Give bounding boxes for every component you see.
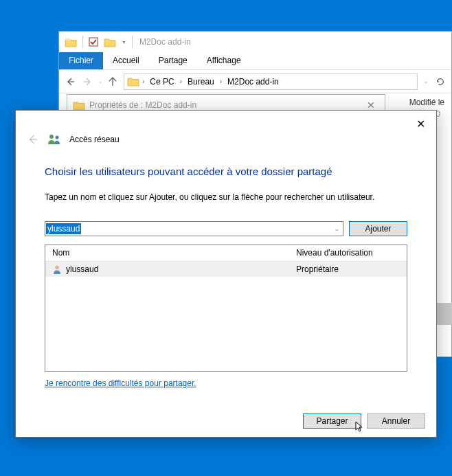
nav-history-dropdown-icon[interactable]: ⌵ (99, 79, 102, 84)
dropdown-caret-icon[interactable]: ▼ (122, 40, 126, 45)
menu-view[interactable]: Affichage (197, 52, 251, 69)
breadcrumb-this-pc[interactable]: Ce PC (147, 76, 177, 88)
checkmark-icon (89, 37, 98, 47)
svg-rect-0 (89, 38, 98, 46)
svg-point-1 (49, 135, 54, 139)
trouble-sharing-link[interactable]: Je rencontre des difficultés pour partag… (45, 378, 196, 388)
user-name: ylussaud (66, 264, 98, 274)
user-permission: Propriétaire (296, 264, 339, 274)
table-header: Nom Niveau d'autorisation (45, 245, 407, 262)
folder-icon (127, 76, 139, 87)
menu-share[interactable]: Partage (149, 52, 197, 69)
folder-icon (65, 37, 77, 47)
properties-title: Propriétés de : M2Doc add-in (89, 100, 196, 110)
table-row[interactable]: ylussaud Propriétaire (45, 262, 407, 277)
nav-up-icon[interactable] (106, 75, 120, 89)
back-icon (25, 133, 39, 146)
scrollbar-fragment (437, 303, 452, 325)
refresh-icon[interactable] (433, 75, 447, 89)
user-select-value: ylussaud (46, 223, 81, 234)
sharing-dialog: ✕ Accès réseau Choisir les utilisateurs … (15, 110, 437, 438)
column-permission-header[interactable]: Niveau d'autorisation (289, 245, 407, 261)
breadcrumb-folder[interactable]: M2Doc add-in (225, 76, 282, 88)
svg-point-3 (55, 266, 59, 270)
chevron-right-icon[interactable]: › (218, 78, 223, 85)
svg-point-2 (56, 136, 59, 139)
chevron-right-icon[interactable]: › (179, 78, 183, 85)
cancel-button[interactable]: Annuler (367, 413, 425, 429)
people-icon (47, 133, 61, 146)
nav-back-icon[interactable] (63, 75, 77, 89)
folder-dropdown-icon[interactable] (104, 37, 116, 47)
chevron-right-icon[interactable]: › (141, 78, 146, 85)
breadcrumb-dropdown-icon[interactable]: ⌵ (422, 78, 431, 84)
folder-icon (73, 100, 85, 111)
user-select-input[interactable]: ylussaud ⌵ (45, 221, 343, 236)
menu-file[interactable]: Fichier (59, 52, 103, 69)
sharing-main-title: Choisir les utilisateurs pouvant accéder… (45, 166, 407, 177)
explorer-navbar: ⌵ › Ce PC › Bureau › M2Doc add-in ⌵ (59, 69, 451, 93)
share-button[interactable]: Partager (303, 413, 361, 429)
sharing-subtitle: Tapez un nom et cliquez sur Ajouter, ou … (45, 192, 407, 202)
share-button-label: Partager (316, 416, 348, 426)
cursor-icon (355, 421, 365, 433)
user-table: Nom Niveau d'autorisation ylussaud Propr… (45, 245, 407, 372)
dropdown-arrow-icon[interactable]: ⌵ (330, 222, 343, 236)
breadcrumb[interactable]: › Ce PC › Bureau › M2Doc add-in (124, 73, 418, 90)
explorer-titlebar: ▼ M2Doc add-in (59, 32, 451, 52)
explorer-window-title: M2Doc add-in (139, 37, 191, 47)
user-icon (52, 264, 62, 274)
column-header-modified[interactable]: Modifié le (409, 98, 444, 107)
add-button[interactable]: Ajouter (349, 221, 407, 236)
nav-forward-icon (81, 75, 95, 89)
column-name-header[interactable]: Nom (45, 245, 289, 261)
breadcrumb-desktop[interactable]: Bureau (185, 76, 217, 88)
sharing-header-title: Accès réseau (69, 135, 120, 144)
menu-home[interactable]: Accueil (103, 52, 149, 69)
close-icon[interactable]: ✕ (411, 115, 431, 133)
explorer-menubar: Fichier Accueil Partage Affichage (59, 52, 451, 69)
